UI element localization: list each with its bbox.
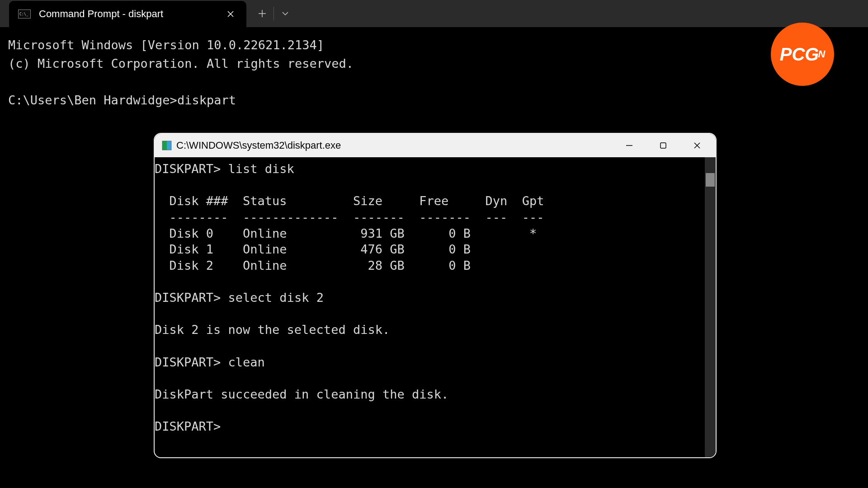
tab-title: Command Prompt - diskpart [39,8,224,20]
window-titlebar: C:\_ Command Prompt - diskpart [0,0,868,27]
scrollbar-track[interactable] [705,157,716,457]
diskpart-output[interactable]: DISKPART> list disk Disk ### Status Size… [155,157,716,457]
table-separator: -------- ------------- ------- ------- -… [155,210,544,224]
msg-select: Disk 2 is now the selected disk. [155,323,390,337]
version-line: Microsoft Windows [Version 10.0.22621.21… [8,38,324,52]
minimize-button[interactable] [623,139,636,152]
diskpart-prompt: DISKPART> [155,355,221,369]
new-tab-button[interactable] [251,5,274,23]
diskpart-prompt: DISKPART> [155,162,221,176]
diskpart-window: C:\WINDOWS\system32\diskpart.exe DISKPAR… [154,133,717,458]
badge-main: PCG [780,44,819,65]
diskpart-prompt: DISKPART> [155,419,221,433]
tab-dropdown-button[interactable] [274,5,297,23]
close-tab-button[interactable] [224,7,237,21]
main-command: diskpart [177,93,236,107]
svg-rect-3 [660,143,666,148]
pcgn-watermark: PCGN [771,23,834,86]
diskpart-window-icon [162,141,172,150]
svg-rect-1 [162,141,167,150]
diskpart-titlebar[interactable]: C:\WINDOWS\system32\diskpart.exe [155,134,716,157]
svg-rect-2 [167,141,171,150]
table-row: Disk 0 Online 931 GB 0 B * [155,226,537,240]
cmd-icon: C:\_ [18,9,31,19]
terminal-tab[interactable]: C:\_ Command Prompt - diskpart [9,1,246,27]
cmd-clean: clean [228,355,265,369]
close-button[interactable] [690,139,704,152]
cmd-select-disk: select disk 2 [228,291,324,305]
tab-actions [246,0,301,27]
main-terminal-output[interactable]: Microsoft Windows [Version 10.0.22621.21… [0,27,868,118]
diskpart-prompt: DISKPART> [155,291,221,305]
copyright-line: (c) Microsoft Corporation. All rights re… [8,56,354,70]
window-controls [623,139,708,152]
main-prompt: C:\Users\Ben Hardwidge> [8,93,177,107]
badge-sup: N [818,48,825,60]
table-row: Disk 2 Online 28 GB 0 B [155,258,471,272]
diskpart-window-title: C:\WINDOWS\system32\diskpart.exe [176,140,623,151]
cmd-list-disk: list disk [228,162,294,176]
msg-clean: DiskPart succeeded in cleaning the disk. [155,387,448,401]
table-header: Disk ### Status Size Free Dyn Gpt [155,194,544,208]
maximize-button[interactable] [656,139,670,152]
table-row: Disk 1 Online 476 GB 0 B [155,242,471,256]
scrollbar-thumb[interactable] [706,173,715,187]
